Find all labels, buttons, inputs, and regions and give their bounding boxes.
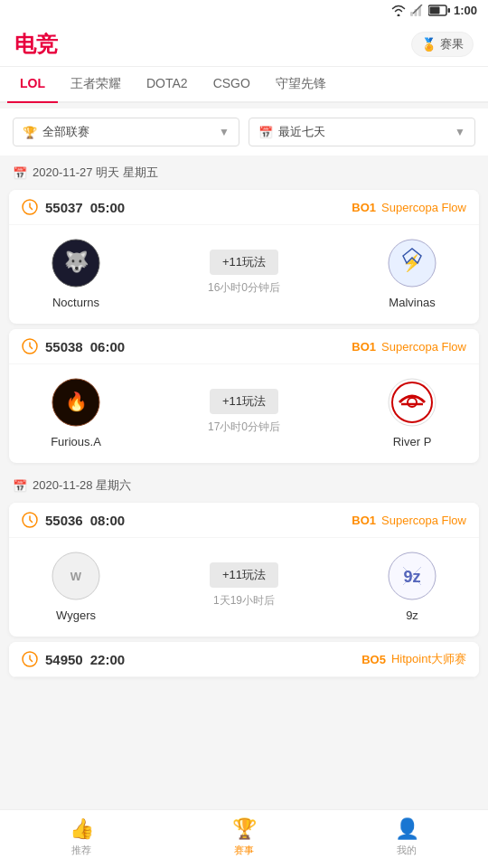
bo-tag-55037: BO1 <box>352 201 376 214</box>
vs-area-55037: +11玩法 16小时0分钟后 <box>208 250 280 296</box>
league-filter[interactable]: 🏆 全部联赛 ▼ <box>13 118 239 146</box>
svg-text:🔥: 🔥 <box>65 391 88 412</box>
result-label: 赛果 <box>440 36 464 52</box>
tab-csgo[interactable]: CSGO <box>201 67 263 101</box>
filter-bar: 🏆 全部联赛 ▼ 📅 最近七天 ▼ <box>0 108 488 156</box>
vs-area-55036: +11玩法 1天19小时后 <box>210 562 278 609</box>
match-id-55038: 55038 <box>45 339 83 354</box>
countdown-55038: 17小时0分钟后 <box>208 420 280 435</box>
match-body-55038: 🔥 Furious.A +11玩法 17小时0分钟后 <box>9 364 479 463</box>
recommend-icon: 👍 <box>70 817 94 841</box>
match-tags-55036: BO1 Supercopa Flow <box>352 514 466 527</box>
match-time-55037: 05:00 <box>90 200 125 215</box>
date-label-1: 2020-11-27 明天 星期五 <box>33 165 158 181</box>
dropdown-arrow-league: ▼ <box>219 126 230 138</box>
match-body-55036: W Wygers +11玩法 1天19小时后 9z 9z <box>9 538 479 637</box>
team-a-logo-55038: 🔥 <box>49 375 103 429</box>
match-id-54950: 54950 <box>45 652 83 667</box>
tab-overwatch[interactable]: 守望先锋 <box>263 67 339 101</box>
match-header-55037: 55037 05:00 BO1 Supercopa Flow <box>9 190 479 225</box>
mine-label: 我的 <box>397 844 417 857</box>
app-header: 电竞 🏅 赛果 <box>0 21 488 67</box>
team-b-name-55036: 9z <box>406 609 418 622</box>
team-a-55037: 🐺 Nocturns <box>22 236 130 309</box>
live-clock-icon-3 <box>22 512 38 528</box>
date-filter-label: 最近七天 <box>278 124 455 140</box>
match-card-55036: 55036 08:00 BO1 Supercopa Flow W Wygers … <box>9 503 479 637</box>
countdown-55036: 1天19小时后 <box>213 593 275 609</box>
match-card-55037: 55037 05:00 BO1 Supercopa Flow 🐺 Nocturn… <box>9 190 479 324</box>
tab-lol[interactable]: LOL <box>7 67 58 101</box>
events-label: 赛事 <box>234 844 254 857</box>
match-body-55037: 🐺 Nocturns +11玩法 16小时0分钟后 ⚡ Ma <box>9 225 479 324</box>
tab-wzry[interactable]: 王者荣耀 <box>58 67 134 101</box>
status-icons: 1:00 <box>390 4 477 17</box>
team-b-55038: River P <box>358 375 466 448</box>
result-icon: 🏅 <box>421 37 436 52</box>
mine-icon: 👤 <box>395 817 419 841</box>
league-tag-54950: Hitpoint大师赛 <box>391 651 466 667</box>
svg-rect-5 <box>447 8 450 13</box>
svg-point-15 <box>389 379 436 426</box>
team-b-name-55037: Malvinas <box>389 296 435 309</box>
main-content: 🏆 全部联赛 ▼ 📅 最近七天 ▼ 📅 2020-11-27 明天 星期五 55… <box>0 108 488 746</box>
svg-rect-0 <box>410 12 413 16</box>
live-clock-icon-4 <box>22 651 38 667</box>
league-filter-label: 全部联赛 <box>42 124 219 140</box>
vs-area-55038: +11玩法 17小时0分钟后 <box>208 389 280 435</box>
league-tag-55036: Supercopa Flow <box>381 514 466 527</box>
match-time-55038: 06:00 <box>90 339 125 354</box>
date-label-2: 2020-11-28 星期六 <box>33 477 131 494</box>
bo-tag-55036: BO1 <box>352 514 376 527</box>
svg-text:⚡: ⚡ <box>402 253 423 273</box>
match-header-55036: 55036 08:00 BO1 Supercopa Flow <box>9 503 479 538</box>
match-tags-55038: BO1 Supercopa Flow <box>352 340 466 354</box>
odds-button-55036[interactable]: +11玩法 <box>210 562 278 588</box>
match-tags-54950: BO5 Hitpoint大师赛 <box>361 651 466 667</box>
result-button[interactable]: 🏅 赛果 <box>411 32 474 57</box>
time-display: 1:00 <box>454 4 477 17</box>
team-b-name-55038: River P <box>393 435 432 448</box>
date-section-2: 📅 2020-11-28 星期六 <box>0 468 488 497</box>
dropdown-arrow-date: ▼ <box>455 126 465 138</box>
team-a-55038: 🔥 Furious.A <box>22 375 130 448</box>
nav-mine[interactable]: 👤 我的 <box>395 817 419 857</box>
battery-icon <box>428 5 450 16</box>
team-b-logo-55036: 9z <box>385 549 439 603</box>
bo-tag-55038: BO1 <box>352 340 376 354</box>
team-b-55036: 9z 9z <box>358 549 466 622</box>
trophy-icon: 🏆 <box>23 126 37 139</box>
calendar-icon-sm-1: 📅 <box>13 166 27 180</box>
match-header-55038: 55038 06:00 BO1 Supercopa Flow <box>9 329 479 364</box>
wifi-icon <box>390 5 407 16</box>
live-clock-icon <box>22 199 38 215</box>
match-tags-55037: BO1 Supercopa Flow <box>352 201 466 214</box>
team-b-logo-55038 <box>385 375 439 429</box>
team-a-55036: W Wygers <box>22 549 130 622</box>
match-time-54950: 22:00 <box>90 652 125 667</box>
signal-icon <box>410 5 425 16</box>
bottom-navigation: 👍 推荐 🏆 赛事 👤 我的 <box>0 809 488 868</box>
match-time-55036: 08:00 <box>90 513 125 528</box>
recommend-label: 推荐 <box>71 844 91 857</box>
team-a-name-55036: Wygers <box>56 609 96 622</box>
match-header-54950: 54950 22:00 BO5 Hitpoint大师赛 <box>9 642 479 677</box>
team-a-logo-55036: W <box>49 549 103 603</box>
calendar-icon-sm-2: 📅 <box>13 479 27 493</box>
match-card-54950: 54950 22:00 BO5 Hitpoint大师赛 <box>9 642 479 677</box>
nav-events[interactable]: 🏆 赛事 <box>232 817 257 857</box>
live-clock-icon-2 <box>22 338 38 354</box>
tab-bar: LOL 王者荣耀 DOTA2 CSGO 守望先锋 <box>0 67 488 103</box>
tab-dota2[interactable]: DOTA2 <box>134 67 201 101</box>
app-title: 电竞 <box>14 30 58 59</box>
nav-recommend[interactable]: 👍 推荐 <box>70 817 94 857</box>
odds-button-55038[interactable]: +11玩法 <box>210 389 278 414</box>
match-card-55038: 55038 06:00 BO1 Supercopa Flow 🔥 Furious… <box>9 329 479 463</box>
odds-button-55037[interactable]: +11玩法 <box>210 250 278 275</box>
date-filter[interactable]: 📅 最近七天 ▼ <box>249 118 475 146</box>
calendar-icon: 📅 <box>258 126 273 139</box>
team-b-logo-55037: ⚡ <box>385 236 439 290</box>
match-id-55036: 55036 <box>45 513 83 528</box>
countdown-55037: 16小时0分钟后 <box>208 280 280 296</box>
svg-text:W: W <box>70 570 82 583</box>
